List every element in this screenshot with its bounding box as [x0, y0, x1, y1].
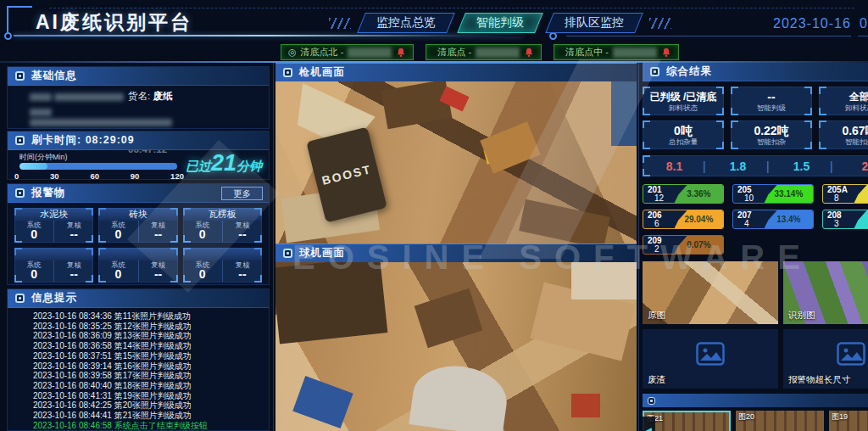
header-time-clipped: 0: [860, 16, 867, 31]
axis-tick: 30: [50, 171, 59, 181]
grade-percent: 13.4%: [776, 215, 800, 224]
panel-icon: [15, 136, 25, 145]
message-log-panel: 信息提示 2023-10-16 08:34:36 第11张照片判级成功2023-…: [7, 288, 270, 431]
redacted-label: [30, 93, 52, 101]
photo-fragment: [519, 199, 610, 243]
ball-camera-image: [275, 262, 637, 431]
tab-label: 监控点总览: [376, 15, 436, 29]
stat-card: 0吨 总扣杂量: [643, 120, 724, 149]
original-image-cell[interactable]: 原图: [643, 261, 778, 324]
alarm-card-stats: 系统 0 复核 --: [98, 260, 177, 282]
log-line: 2023-10-16 08:46:58 系统点击了结束判级按钮: [33, 421, 265, 431]
panel-title: 综合结果: [666, 64, 712, 79]
cargo-name: 货名: 废纸: [128, 90, 262, 103]
stat-label: 智能扣杂: [845, 137, 868, 147]
log-line: 2023-10-16 08:35:25 第12张照片判级成功: [33, 322, 265, 332]
alarm-card-stats: 系统 0 复核 --: [183, 221, 262, 242]
stat-value: 0.67吨: [842, 124, 868, 137]
image-placeholder-icon: [696, 342, 725, 366]
photo-fragment: [571, 262, 637, 299]
grade-percent: 0.07%: [687, 240, 710, 249]
stat-card: 0.67吨 智能扣杂: [819, 120, 868, 149]
grade-info: 205A 8: [827, 186, 848, 203]
grade-percent: 3.36%: [687, 189, 710, 199]
log-line: 2023-10-16 08:36:58 第14张照片判级成功: [33, 341, 265, 351]
grade-card: 209 2 0.07%: [643, 235, 724, 255]
prev-arrow-icon[interactable]: ◀: [643, 417, 655, 431]
stat-value: --: [767, 90, 775, 104]
license-plate-redacted: [613, 48, 657, 58]
axis-tick: 60: [90, 171, 99, 181]
grade-card: 206 6 29.04%: [643, 210, 724, 229]
stat-value: 全部: [849, 90, 868, 104]
panel-title: 枪机画面: [299, 65, 345, 80]
monitor-point-label: 清底点北 -: [301, 46, 344, 59]
image-label: 原图: [648, 310, 665, 322]
alarm-items-panel: 报警物 更多 水泥块 系统 0 复核 -- 砖块: [7, 183, 270, 285]
image-label: 识别图: [788, 310, 815, 322]
photo-fragment: [292, 376, 353, 428]
elapsed-value: 21: [211, 152, 236, 174]
grade-count: 12: [648, 194, 664, 203]
grade-wave: 13.4%: [765, 210, 813, 228]
more-button[interactable]: 更多: [221, 187, 263, 200]
panel-icon: [283, 249, 292, 258]
tab-label: 智能判级: [476, 15, 524, 29]
axis-ticks: 0306090120: [14, 171, 184, 181]
monitor-point-button[interactable]: 清底点 -: [426, 44, 542, 60]
grade-card: 208 3: [822, 210, 868, 229]
alarm-card: 系统 0 复核 --: [183, 248, 262, 283]
system-value: 0: [98, 229, 137, 240]
grade-wave: 3.36%: [675, 185, 723, 203]
nav-tab[interactable]: 智能判级: [461, 13, 539, 33]
alarm-card: 水泥块 系统 0 复核 --: [14, 208, 93, 243]
metric-value: 1.5: [770, 160, 833, 173]
gun-camera-header: 枪机画面: [275, 63, 637, 81]
review-value: --: [139, 269, 178, 280]
monitor-point-button[interactable]: 清底点中 -: [554, 44, 679, 60]
review-count: 复核 --: [222, 221, 262, 242]
log-line: 2023-10-16 08:42:25 第20张照片判级成功: [33, 400, 265, 411]
stat-label: 总扣杂量: [669, 137, 698, 147]
photo-fragment: [611, 81, 637, 146]
panel-icon: [15, 71, 25, 81]
system-count: 系统 0: [183, 221, 222, 242]
photo-thumbnail[interactable]: 图21: [643, 411, 731, 431]
log-line: 2023-10-16 08:41:31 第19张照片判级成功: [33, 391, 265, 401]
log-line: 2023-10-16 08:39:14 第16张照片判级成功: [33, 361, 265, 372]
basic-info-panel: 基础信息 货名: 废纸 毛重: 49.4000吨 入场时间: 2023-10-1…: [7, 66, 270, 129]
recognition-image-cell[interactable]: 识别图: [783, 261, 868, 324]
review-value: --: [223, 229, 262, 240]
stat-card: 0.22吨 智能扣杂: [731, 120, 812, 149]
thumbnail-label: 图19: [832, 411, 848, 423]
photo-thumbnail[interactable]: 图19: [829, 411, 868, 431]
photo-thumbnail[interactable]: 图20: [736, 411, 824, 431]
stat-value: 0.22吨: [754, 124, 788, 137]
alarm-card: 砖块 系统 0 复核 --: [98, 208, 177, 243]
grade-count: 10: [737, 194, 754, 203]
grade-percent: 33.14%: [774, 189, 803, 199]
grade-wave: [854, 210, 868, 228]
monitor-point-button[interactable]: ◎ 清底点北 -: [281, 44, 414, 60]
image-label: 报警物超长尺寸: [788, 374, 851, 386]
grade-info: 209 2: [648, 237, 662, 254]
nav-tabs: 监控点总览 智能判级 排队区监控: [329, 13, 671, 33]
header-date: 2023-10-16: [773, 16, 851, 31]
panel-header: 报警物 更多: [8, 184, 269, 203]
nav-tab[interactable]: 排队区监控: [549, 13, 639, 33]
metric-value: 8.1: [643, 160, 706, 173]
grade-percent: 29.04%: [684, 215, 713, 224]
alarm-oversize-image-cell[interactable]: 报警物超长尺寸: [783, 329, 868, 389]
stat-value: 已判级 /已清底: [650, 90, 717, 104]
alarm-bell-icon: [396, 48, 406, 58]
vertical-divider-left: [273, 63, 274, 431]
nav-tab[interactable]: 监控点总览: [361, 13, 451, 33]
alarm-bell-icon: [524, 48, 534, 58]
slag-image-cell[interactable]: 废渣: [643, 329, 778, 389]
panel-header: 刷卡时间: 08:29:09: [8, 132, 269, 150]
redacted-value: [54, 93, 124, 101]
thumbnail-list: 图21 图20 图19: [643, 411, 868, 431]
result-images-grid: 原图 识别图 废渣 报警物超长尺寸: [643, 261, 868, 389]
axis-label: 时间(分钟Min): [19, 152, 68, 163]
system-count: 系统 0: [98, 221, 137, 242]
